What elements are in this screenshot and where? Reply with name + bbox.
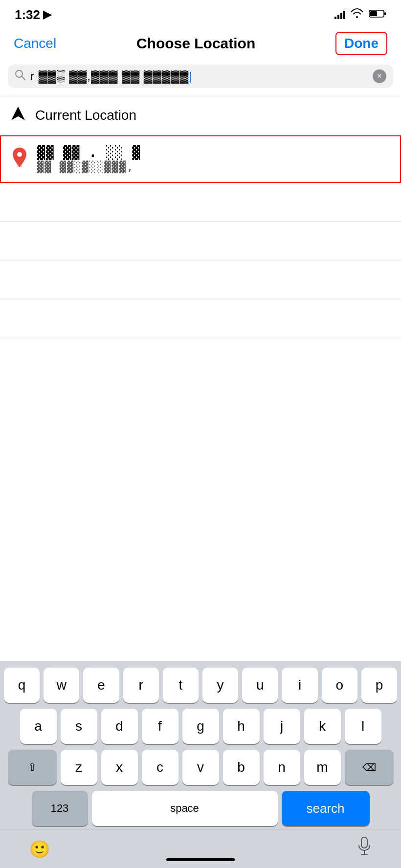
search-clear-button[interactable]: × [373,69,386,83]
time-label: 1:32 [15,7,40,22]
status-bar: 1:32 ▶ [0,0,401,26]
location-text-block: ▓▓ ▓▓ . ░░ ▓ ▓▓ ▓▓░▓░░▓▓▓, [37,145,141,173]
location-name: ▓▓ ▓▓ . ░░ ▓ [37,145,141,160]
key-o[interactable]: o [322,668,357,703]
location-active-icon: ▶ [43,8,51,21]
done-button[interactable]: Done [335,32,387,55]
selected-location-row[interactable]: ▓▓ ▓▓ . ░░ ▓ ▓▓ ▓▓░▓░░▓▓▓, [0,135,401,183]
status-time: 1:32 ▶ [15,7,51,22]
svg-marker-5 [11,107,25,120]
key-r[interactable]: r [123,668,159,703]
key-h[interactable]: h [223,709,260,744]
key-t[interactable]: t [163,668,199,703]
battery-icon [369,9,386,21]
signal-icon [334,10,345,19]
key-a[interactable]: a [20,709,57,744]
svg-rect-2 [370,11,377,16]
key-b[interactable]: b [223,750,260,785]
search-icon [15,69,25,83]
key-x[interactable]: x [101,750,138,785]
key-m[interactable]: m [304,750,341,785]
list-row [0,222,401,261]
mic-key[interactable] [357,837,372,860]
current-location-row[interactable]: Current Location [0,95,401,135]
keyboard-row-4: 123 space search [4,791,397,826]
key-i[interactable]: i [282,668,317,703]
list-row [0,300,401,339]
search-bar[interactable]: r ▓▓▒ ▓▓,▓▓▓ ▓▓ ▓▓▓▓▓ × [8,65,393,88]
keyboard-row-1: q w e r t y u i o p [4,668,397,703]
list-rows [0,183,401,339]
key-k[interactable]: k [304,709,341,744]
key-j[interactable]: j [264,709,300,744]
current-location-icon [10,105,26,126]
key-f[interactable]: f [142,709,178,744]
key-z[interactable]: z [61,750,97,785]
keyboard-row-3: ⇧ z x c v b n m ⌫ [4,750,397,785]
key-l[interactable]: l [345,709,381,744]
key-g[interactable]: g [182,709,219,744]
list-row [0,183,401,222]
nav-bar: Cancel Choose Location Done [0,26,401,61]
page-title: Choose Location [136,35,255,52]
key-q[interactable]: q [4,668,40,703]
home-indicator [166,858,235,861]
search-input[interactable]: r ▓▓▒ ▓▓,▓▓▓ ▓▓ ▓▓▓▓▓ [30,69,368,83]
key-e[interactable]: e [83,668,119,703]
current-location-label: Current Location [35,108,136,123]
search-key[interactable]: search [282,791,370,826]
shift-key[interactable]: ⇧ [8,750,57,785]
pin-icon [11,148,28,171]
key-c[interactable]: c [142,750,178,785]
svg-rect-8 [361,837,367,848]
keyboard-row-2: a s d f g h j k l [4,709,397,744]
key-n[interactable]: n [264,750,300,785]
bottom-bar: 🙂 [0,829,401,868]
emoji-key[interactable]: 🙂 [29,839,50,859]
keyboard-rows: q w e r t y u i o p a s d f g h j k l ⇧ … [0,661,401,829]
key-s[interactable]: s [61,709,97,744]
location-address: ▓▓ ▓▓░▓░░▓▓▓, [37,161,141,173]
svg-line-4 [22,77,25,80]
key-y[interactable]: y [202,668,238,703]
key-u[interactable]: u [242,668,278,703]
key-w[interactable]: w [44,668,79,703]
svg-point-7 [17,152,22,157]
key-p[interactable]: p [361,668,397,703]
key-v[interactable]: v [182,750,219,785]
list-row [0,261,401,300]
keyboard: q w e r t y u i o p a s d f g h j k l ⇧ … [0,661,401,868]
search-bar-container: r ▓▓▒ ▓▓,▓▓▓ ▓▓ ▓▓▓▓▓ × [0,61,401,95]
numbers-key[interactable]: 123 [32,791,88,826]
space-key[interactable]: space [92,791,278,826]
cancel-button[interactable]: Cancel [14,36,56,51]
delete-key[interactable]: ⌫ [345,750,394,785]
svg-rect-1 [384,12,386,15]
wifi-icon [350,8,364,22]
key-d[interactable]: d [101,709,138,744]
status-icons [334,8,386,22]
